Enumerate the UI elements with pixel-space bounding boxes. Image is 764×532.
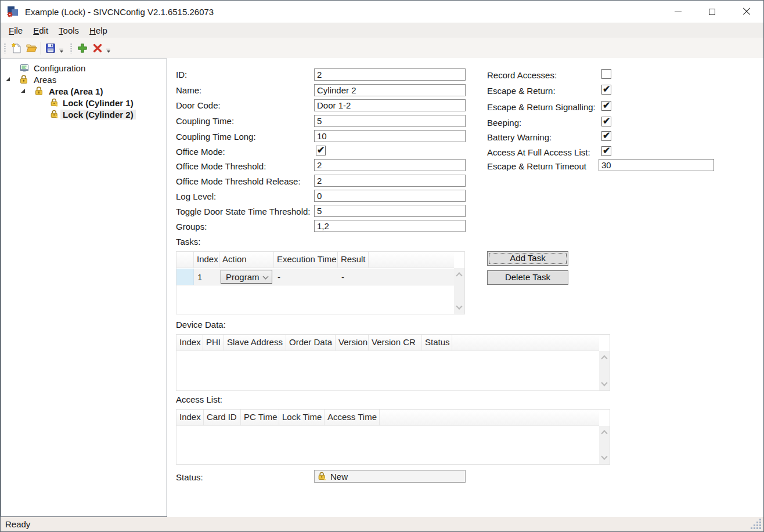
tree-item-lock-cylinder-2[interactable]: Lock (Cylinder 2) xyxy=(1,108,167,120)
new-file-button[interactable] xyxy=(9,41,24,56)
record-accesses-checkbox[interactable] xyxy=(601,69,611,79)
tree-expander-icon[interactable] xyxy=(6,77,10,81)
tasks-table-header: Index Action Execution Time Result xyxy=(176,252,454,268)
escape-return-timeout-label: Escape & Return Timeout xyxy=(487,161,586,171)
coupling-time-label: Coupling Time: xyxy=(176,116,234,126)
battery-warning-checkbox[interactable] xyxy=(601,131,611,141)
lock-icon xyxy=(19,75,28,84)
menu-bar: File Edit Tools Help xyxy=(1,23,763,38)
minimize-button[interactable] xyxy=(661,1,695,23)
column-header-version-cr[interactable]: Version CR xyxy=(369,335,422,350)
column-header-lock-time[interactable]: Lock Time xyxy=(279,410,325,425)
scroll-down-icon[interactable] xyxy=(601,379,607,386)
log-level-input[interactable] xyxy=(314,190,466,202)
door-code-input[interactable] xyxy=(314,99,466,111)
device-data-table-header: Index PHI Slave Address Order Data Versi… xyxy=(176,335,599,351)
add-item-button[interactable] xyxy=(75,41,90,56)
action-combobox[interactable]: Program xyxy=(221,270,272,284)
column-header-card-id[interactable]: Card ID xyxy=(204,410,241,425)
save-icon xyxy=(45,42,56,54)
column-header-index[interactable]: Index xyxy=(176,410,204,425)
resize-grip[interactable] xyxy=(759,527,761,529)
menu-file[interactable]: File xyxy=(3,24,28,37)
column-header-selector[interactable] xyxy=(176,252,194,267)
column-header-result[interactable]: Result xyxy=(338,252,369,267)
office-mode-checkbox[interactable] xyxy=(316,146,326,155)
groups-label: Groups: xyxy=(176,222,207,231)
office-mode-threshold-input[interactable] xyxy=(314,159,466,171)
toolbar-grip[interactable] xyxy=(70,43,72,53)
close-button[interactable] xyxy=(729,1,763,23)
coupling-time-input[interactable] xyxy=(314,115,466,127)
column-header-index[interactable]: Index xyxy=(194,252,219,267)
column-header-slave-address[interactable]: Slave Address xyxy=(224,335,286,350)
chevron-down-icon xyxy=(263,274,269,280)
column-header-status[interactable]: Status xyxy=(422,335,452,350)
column-header-pc-time[interactable]: PC Time xyxy=(241,410,279,425)
app-window: Example (Lock) - SIVCNConfig V2.1.6515.2… xyxy=(0,0,764,532)
open-folder-icon xyxy=(26,42,37,54)
record-accesses-label: Record Accesses: xyxy=(487,70,557,80)
tree-item-configuration[interactable]: Configuration xyxy=(1,62,167,74)
name-input[interactable] xyxy=(314,84,466,96)
open-file-button[interactable] xyxy=(24,41,39,56)
column-header-phi[interactable]: PHI xyxy=(203,335,224,350)
tasks-label: Tasks: xyxy=(176,237,201,247)
action-combobox-value: Program xyxy=(226,272,260,282)
save-button[interactable] xyxy=(43,41,58,56)
tree-panel: Configuration Areas Area (Area 1) Lock (… xyxy=(1,59,167,517)
toolbar-overflow-dropdown[interactable] xyxy=(106,49,110,53)
scroll-down-icon[interactable] xyxy=(456,303,462,309)
column-header-action[interactable]: Action xyxy=(219,252,274,267)
column-header-index[interactable]: Index xyxy=(176,335,203,350)
escape-return-timeout-input[interactable] xyxy=(599,159,714,171)
column-header-version[interactable]: Version xyxy=(336,335,369,350)
access-at-full-access-list-checkbox[interactable] xyxy=(601,146,611,156)
office-mode-threshold-release-input[interactable] xyxy=(314,175,466,187)
escape-return-signalling-checkbox[interactable] xyxy=(601,101,611,111)
delete-icon xyxy=(92,42,103,54)
delete-item-button[interactable] xyxy=(90,41,105,56)
tree-item-area-1[interactable]: Area (Area 1) xyxy=(1,85,167,97)
row-selector-cell[interactable] xyxy=(176,269,194,285)
scroll-up-icon[interactable] xyxy=(456,272,462,278)
maximize-button[interactable] xyxy=(695,1,729,23)
device-data-table-scrollbar[interactable] xyxy=(599,351,610,390)
device-data-table: Index PHI Slave Address Order Data Versi… xyxy=(176,334,610,391)
add-task-button[interactable]: Add Task xyxy=(487,251,568,266)
new-file-icon xyxy=(10,42,22,54)
office-mode-threshold-label: Office Mode Threshold: xyxy=(176,161,266,171)
task-action-cell: Program xyxy=(219,269,274,285)
tree-item-areas[interactable]: Areas xyxy=(1,74,167,85)
id-input[interactable] xyxy=(314,68,466,81)
task-result-cell: - xyxy=(338,269,369,285)
column-header-access-time[interactable]: Access Time xyxy=(325,410,380,425)
menu-help[interactable]: Help xyxy=(84,24,113,37)
door-code-label: Door Code: xyxy=(176,100,221,110)
table-row[interactable]: 1 Program - - xyxy=(176,269,454,285)
scroll-down-icon[interactable] xyxy=(601,453,607,459)
scroll-up-icon[interactable] xyxy=(601,355,607,361)
tree-expander-icon[interactable] xyxy=(21,89,25,93)
beeping-checkbox[interactable] xyxy=(601,117,611,126)
tasks-table-scrollbar[interactable] xyxy=(454,268,464,314)
delete-task-button[interactable]: Delete Task xyxy=(487,270,568,285)
tree-item-lock-cylinder-1[interactable]: Lock (Cylinder 1) xyxy=(1,97,167,108)
coupling-time-long-input[interactable] xyxy=(314,130,466,142)
access-list-table-scrollbar[interactable] xyxy=(599,426,610,464)
column-header-execution-time[interactable]: Execution Time xyxy=(274,252,338,267)
close-icon xyxy=(743,8,751,16)
status-label: Status: xyxy=(176,472,203,482)
toggle-door-state-time-threshold-input[interactable] xyxy=(314,205,466,217)
configuration-icon xyxy=(20,63,29,73)
menu-tools[interactable]: Tools xyxy=(53,24,84,37)
toolbar-grip[interactable] xyxy=(4,43,6,53)
scroll-up-icon[interactable] xyxy=(601,430,607,436)
column-header-filler xyxy=(369,252,454,267)
groups-input[interactable] xyxy=(314,220,466,232)
escape-return-checkbox[interactable] xyxy=(601,85,611,95)
menu-edit[interactable]: Edit xyxy=(28,24,53,37)
access-list-table-header: Index Card ID PC Time Lock Time Access T… xyxy=(176,410,599,426)
column-header-order-data[interactable]: Order Data xyxy=(286,335,336,350)
toolbar-overflow-dropdown[interactable] xyxy=(59,49,63,53)
